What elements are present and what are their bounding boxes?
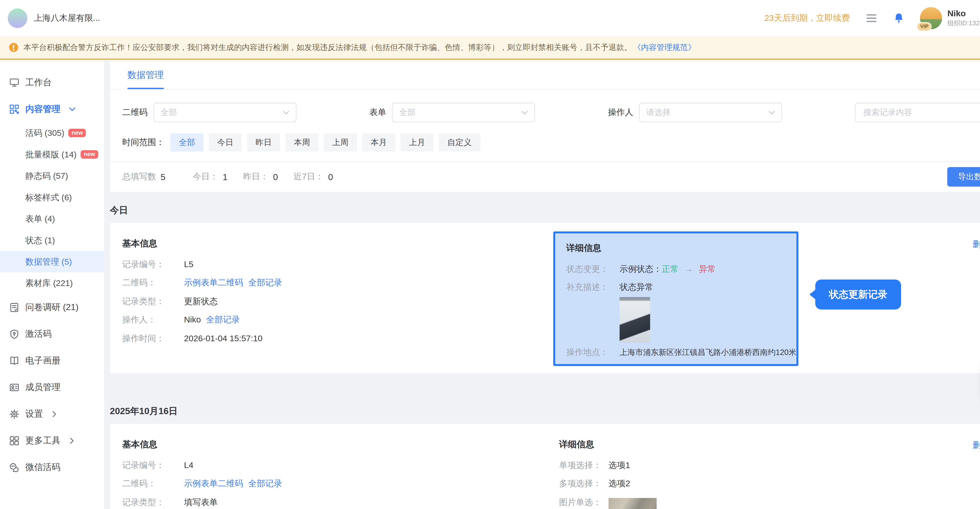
avatar[interactable]: VIP (920, 7, 942, 29)
qr-name-link[interactable]: 示例表单二维码 (184, 479, 243, 488)
sidebar-item-static-codes[interactable]: 静态码 (57) (0, 165, 104, 186)
time-range-row: 时间范围： 全部 今日 昨日 本周 上周 本月 上月 自定义 (122, 133, 980, 151)
user-info[interactable]: Niko 组织ID:1329284 (947, 8, 980, 28)
all-records-link[interactable]: 全部记录 (206, 315, 240, 324)
basic-info-title: 基本信息 (122, 439, 282, 450)
callout-arrow (810, 289, 816, 300)
sidebar: 工作台 内容管理 活码 (305) new 批量模版 (14) new 静态码 … (0, 61, 104, 509)
qr-name-link[interactable]: 示例表单二维码 (184, 278, 243, 287)
stats-row: 总填写数 5 今日： 1 昨日： 0 近7日： 0 导出数据 (110, 162, 980, 192)
time-range-this-week[interactable]: 本周 (285, 133, 318, 151)
form-filter-select[interactable]: 全部 (392, 103, 535, 122)
sidebar-item-status[interactable]: 状态 (1) (0, 229, 104, 251)
image-choice-thumbnail[interactable] (609, 498, 657, 509)
chevron-right-icon (52, 410, 56, 417)
survey-icon (9, 302, 19, 312)
sidebar-item-settings[interactable]: 设置 (0, 401, 104, 427)
sidebar-item-more-tools[interactable]: 更多工具 (0, 427, 104, 454)
last7-value: 0 (328, 172, 333, 182)
anti-fraud-banner: 本平台积极配合警方反诈工作！应公安部要求，我们将对生成的内容进行检测，如发现违反… (0, 37, 980, 60)
operation-time: 2026-01-04 15:57:10 (184, 334, 262, 342)
content-policy-link[interactable]: 《内容管理规范》 (633, 42, 695, 53)
basic-info-column: 基本信息 记录编号：L4 二维码：示例表单二维码全部记录 记录类型：填写表单 (122, 439, 282, 506)
operator-filter-select[interactable]: 请选择 (639, 103, 782, 122)
multi-choice-value: 选项2 (609, 479, 630, 488)
menu-icon[interactable] (867, 12, 877, 24)
single-choice-value: 选项1 (609, 461, 630, 469)
tab-data-management[interactable]: 数据管理 (127, 70, 164, 89)
header-actions: 23天后到期，立即续费 VIP Niko 组织ID:1329284 (764, 7, 980, 29)
section-date-label: 2025年10月16日 (110, 406, 980, 417)
sidebar-item-live-codes[interactable]: 活码 (305) new (0, 122, 104, 144)
sidebar-item-content-management[interactable]: 内容管理 (0, 95, 104, 122)
notification-bell-icon[interactable] (893, 12, 904, 24)
sidebar-item-ebook[interactable]: 电子画册 (0, 347, 104, 374)
delete-record-link[interactable]: 删除 (972, 439, 980, 451)
sidebar-item-workbench[interactable]: 工作台 (0, 69, 104, 95)
qr-filter-select[interactable]: 全部 (153, 103, 296, 122)
record-id: L5 (184, 260, 194, 268)
record-list: 今日 基本信息 记录编号：L5 二维码：示例表单二维码全部记录 记录类型：更新状… (104, 205, 980, 509)
all-records-link[interactable]: 全部记录 (248, 479, 282, 488)
sidebar-item-activation-codes[interactable]: 激活码 (0, 320, 104, 347)
filter-row: 二维码 全部 表单 全部 操作人 请选择 (122, 103, 980, 122)
qr-code-icon (9, 104, 19, 114)
time-range-last-week[interactable]: 上周 (324, 133, 357, 151)
yesterday-value: 0 (273, 172, 278, 182)
monitor-icon (9, 77, 19, 87)
expiry-renew-link[interactable]: 23天后到期，立即续费 (764, 12, 850, 24)
status-to: 异常 (699, 264, 716, 273)
attachment-photo[interactable] (620, 297, 650, 343)
sidebar-item-label-styles[interactable]: 标签样式 (6) (0, 186, 104, 208)
sidebar-item-batch-templates[interactable]: 批量模版 (14) new (0, 144, 104, 165)
detail-info-title: 详细信息 (559, 439, 657, 450)
time-range-all[interactable]: 全部 (170, 133, 204, 151)
new-badge: new (68, 129, 86, 137)
sidebar-item-member-management[interactable]: 成员管理 (0, 374, 104, 401)
new-badge: new (80, 150, 98, 159)
total-value: 5 (161, 172, 165, 182)
warning-icon (9, 43, 18, 52)
record-search (855, 103, 980, 122)
chevron-right-icon (70, 437, 74, 444)
sidebar-item-wechat-live-code[interactable]: 微信活码 (0, 454, 104, 480)
detail-info-column: 详细信息 单项选择：选项1 多项选择：选项2 图片单选： (559, 439, 657, 509)
record-type: 更新状态 (184, 297, 218, 305)
banner-text: 本平台积极配合警方反诈工作！应公安部要求，我们将对生成的内容进行检测，如发现违反… (23, 42, 632, 53)
time-range-this-month[interactable]: 本月 (362, 133, 395, 151)
detail-info-panel-highlighted[interactable]: 详细信息 状态变更： 示例状态： 正常 → 异常 补充描述： 状态异常 (553, 231, 799, 366)
sidebar-item-forms[interactable]: 表单 (4) (0, 208, 104, 229)
main-content: 数据管理 二维码 全部 表单 全部 操作人 请选择 (104, 61, 980, 509)
top-header: 上海八木屋有限... 23天后到期，立即续费 VIP Niko 组织ID:132… (0, 0, 980, 37)
app: 上海八木屋有限... 23天后到期，立即续费 VIP Niko 组织ID:132… (0, 0, 980, 509)
form-filter-label: 表单 (369, 107, 386, 118)
wechat-icon (9, 462, 19, 472)
chevron-down-icon (521, 110, 528, 115)
sidebar-item-label: 工作台 (25, 76, 51, 88)
sidebar-item-material-library[interactable]: 素材库 (221) (0, 272, 104, 294)
tab-bar: 数据管理 (110, 61, 980, 90)
sidebar-item-survey[interactable]: 问卷调研 (21) (0, 294, 104, 320)
total-label: 总填写数 (122, 171, 156, 183)
time-range-label: 时间范围： (122, 137, 165, 148)
time-range-last-month[interactable]: 上月 (401, 133, 434, 151)
search-input[interactable] (862, 107, 980, 118)
time-range-today[interactable]: 今日 (209, 133, 242, 151)
basic-info-title: 基本信息 (122, 238, 282, 250)
export-data-button[interactable]: 导出数据 (947, 167, 980, 186)
today-value: 1 (223, 172, 228, 182)
chevron-down-icon (283, 110, 289, 115)
all-records-link[interactable]: 全部记录 (248, 278, 282, 287)
sidebar-item-data-management[interactable]: 数据管理 (5) (0, 251, 104, 272)
company-name[interactable]: 上海八木屋有限... (34, 12, 100, 24)
delete-record-link[interactable]: 删除 (972, 239, 980, 250)
vip-badge: VIP (917, 22, 932, 31)
chevron-down-icon (768, 110, 775, 115)
app-body: 工作台 内容管理 活码 (305) new 批量模版 (14) new 静态码 … (0, 61, 980, 509)
status-from: 正常 (662, 264, 679, 273)
time-range-yesterday[interactable]: 昨日 (247, 133, 280, 151)
org-id: 组织ID:1329284 (947, 19, 980, 28)
basic-info-column: 基本信息 记录编号：L5 二维码：示例表单二维码全部记录 记录类型：更新状态 操… (122, 238, 282, 342)
record-card: 基本信息 记录编号：L5 二维码：示例表单二维码全部记录 记录类型：更新状态 操… (110, 223, 980, 373)
time-range-custom[interactable]: 自定义 (439, 133, 480, 151)
